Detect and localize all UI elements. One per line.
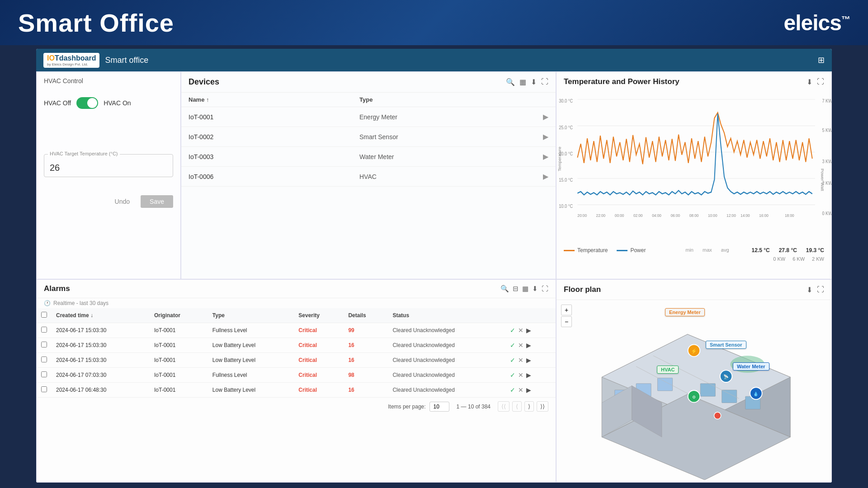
devices-title: Devices <box>189 77 219 87</box>
alarm-details: 98 <box>344 368 388 383</box>
alarms-fullscreen-icon[interactable]: ⛶ <box>542 285 548 293</box>
device-id: IoT-0003 <box>189 153 359 160</box>
alarm-originator: IoT-0001 <box>150 383 208 398</box>
svg-text:10.0 °C: 10.0 °C <box>559 204 573 209</box>
save-button[interactable]: Save <box>141 195 173 208</box>
alarm-actions: ✓ ✕ ▶ <box>505 368 556 383</box>
alarm-details: 16 <box>344 338 388 353</box>
details-btn[interactable]: ▶ <box>526 371 531 379</box>
last-page-btn[interactable]: ⟩⟩ <box>537 401 548 412</box>
acknowledge-btn[interactable]: ✓ <box>510 386 515 394</box>
hvac-temp-value[interactable]: 26 <box>50 163 167 173</box>
company-logo: eleics™ <box>784 10 850 35</box>
expand-icon[interactable]: ⊞ <box>818 55 825 65</box>
device-row[interactable]: IoT-0001 Energy Meter ▶ <box>181 107 556 127</box>
alarms-toolbar: 🔍 ⊟ ▦ ⬇ ⛶ <box>500 285 548 293</box>
alarm-originator: IoT-0001 <box>150 353 208 368</box>
table-row: 2024-06-17 15:03:30 IoT-0001 Low Battery… <box>37 338 556 353</box>
dashboard-header-bar: IOTdashboard by Eleics Design Pvt. Ltd. … <box>36 49 832 71</box>
alarms-table: Created time ↓ Originator Type Severity … <box>37 308 556 398</box>
acknowledge-btn[interactable]: ✓ <box>510 327 515 334</box>
clear-btn[interactable]: ✕ <box>518 371 524 379</box>
alarms-table-head: Created time ↓ Originator Type Severity … <box>37 308 556 323</box>
col-details: Details <box>344 308 388 323</box>
alarm-severity: Critical <box>294 338 344 353</box>
devices-download-icon[interactable]: ⬇ <box>531 78 537 86</box>
alarms-filter-icon[interactable]: ⊟ <box>513 285 519 293</box>
alarm-date: 2024-06-17 15:03:30 <box>52 323 150 338</box>
svg-text:06:00: 06:00 <box>670 213 680 218</box>
acknowledge-btn[interactable]: ✓ <box>510 357 515 364</box>
device-row[interactable]: IoT-0002 Smart Sensor ▶ <box>181 127 556 147</box>
alarm-date: 2024-06-17 15:03:30 <box>52 353 150 368</box>
floor-download-icon[interactable]: ⬇ <box>807 286 812 294</box>
alarm-actions: ✓ ✕ ▶ <box>505 338 556 353</box>
per-page-select[interactable]: 10 20 50 <box>429 402 449 412</box>
zoom-out-btn[interactable]: − <box>561 316 572 327</box>
alarms-columns-icon[interactable]: ▦ <box>522 285 528 293</box>
clear-btn[interactable]: ✕ <box>518 386 524 394</box>
svg-text:Temperature: Temperature <box>558 147 562 171</box>
device-type: Energy Meter <box>359 113 530 121</box>
svg-text:14:00: 14:00 <box>741 213 750 218</box>
alarm-severity: Critical <box>294 383 344 398</box>
alarms-search-icon[interactable]: 🔍 <box>500 285 509 293</box>
row-checkbox-1[interactable] <box>41 342 47 347</box>
pagination-controls: ⟨⟨ ⟨ ⟩ ⟩⟩ <box>498 401 548 412</box>
details-btn[interactable]: ▶ <box>526 342 531 349</box>
details-btn[interactable]: ▶ <box>526 386 531 394</box>
acknowledge-btn[interactable]: ✓ <box>510 371 515 379</box>
row-checkbox-2[interactable] <box>41 357 47 362</box>
zoom-in-btn[interactable]: + <box>561 305 572 315</box>
floor-fullscreen-icon[interactable]: ⛶ <box>817 286 824 294</box>
main-container: IOTdashboard by Eleics Design Pvt. Ltd. … <box>36 49 832 483</box>
alarm-date: 2024-06-17 06:48:30 <box>52 383 150 398</box>
clear-btn[interactable]: ✕ <box>518 342 524 349</box>
devices-fullscreen-icon[interactable]: ⛶ <box>541 78 548 86</box>
svg-text:7 KW: 7 KW <box>822 99 831 104</box>
iot-dashboard-logo: IOTdashboard by Eleics Design Pvt. Ltd. <box>43 53 99 68</box>
power-avg: 2 KW <box>812 256 824 262</box>
device-expand-icon[interactable]: ▶ <box>530 132 548 141</box>
devices-columns-icon[interactable]: ▦ <box>519 78 526 86</box>
next-page-btn[interactable]: ⟩ <box>524 401 534 412</box>
prev-page-btn[interactable]: ⟨ <box>512 401 522 412</box>
alarm-details: 16 <box>344 383 388 398</box>
temp-fullscreen-icon[interactable]: ⛶ <box>817 78 824 86</box>
details-btn[interactable]: ▶ <box>526 327 531 334</box>
alarm-status: Cleared Unacknowledged <box>388 383 505 398</box>
row-checkbox-cell <box>37 353 52 368</box>
undo-button[interactable]: Undo <box>109 195 135 208</box>
row-checkbox-4[interactable] <box>41 386 47 392</box>
svg-text:25.0 °C: 25.0 °C <box>559 125 573 130</box>
device-row[interactable]: IoT-0003 Water Meter ▶ <box>181 147 556 167</box>
alarms-download-icon[interactable]: ⬇ <box>532 285 538 293</box>
row-checkbox-3[interactable] <box>41 371 47 377</box>
device-expand-icon[interactable]: ▶ <box>530 172 548 181</box>
device-row[interactable]: IoT-0006 HVAC ▶ <box>181 167 556 187</box>
content-grid: HVAC Control HVAC Off HVAC On HVAC Targe… <box>36 71 832 483</box>
device-expand-icon[interactable]: ▶ <box>530 113 548 121</box>
acknowledge-btn[interactable]: ✓ <box>510 342 515 349</box>
details-btn[interactable]: ▶ <box>526 357 531 364</box>
temp-download-icon[interactable]: ⬇ <box>807 78 812 86</box>
devices-panel: Devices 🔍 ▦ ⬇ ⛶ Name ↑ Type IoT-0001 Ene… <box>181 71 556 279</box>
alarm-type: Low Battery Level <box>208 383 294 398</box>
dashboard-title: Smart office <box>105 56 148 65</box>
alarm-actions: ✓ ✕ ▶ <box>505 383 556 398</box>
row-checkbox-0[interactable] <box>41 327 47 333</box>
device-expand-icon[interactable]: ▶ <box>530 152 548 161</box>
svg-text:04:00: 04:00 <box>652 213 661 218</box>
clear-btn[interactable]: ✕ <box>518 357 524 364</box>
select-all-checkbox[interactable] <box>41 312 47 318</box>
svg-text:10:00: 10:00 <box>708 213 717 218</box>
chart-stats: min max avg 12.5 °C 27.8 °C <box>685 247 824 253</box>
table-row: 2024-06-17 07:03:30 IoT-0001 Fullness Le… <box>37 368 556 383</box>
first-page-btn[interactable]: ⟨⟨ <box>498 401 509 412</box>
map-zoom-controls: + − <box>561 305 572 327</box>
clear-btn[interactable]: ✕ <box>518 327 524 334</box>
hvac-panel: HVAC Control HVAC Off HVAC On HVAC Targe… <box>36 71 181 279</box>
hvac-toggle[interactable] <box>76 97 98 109</box>
devices-search-icon[interactable]: 🔍 <box>506 78 515 86</box>
device-id: IoT-0006 <box>189 173 359 180</box>
